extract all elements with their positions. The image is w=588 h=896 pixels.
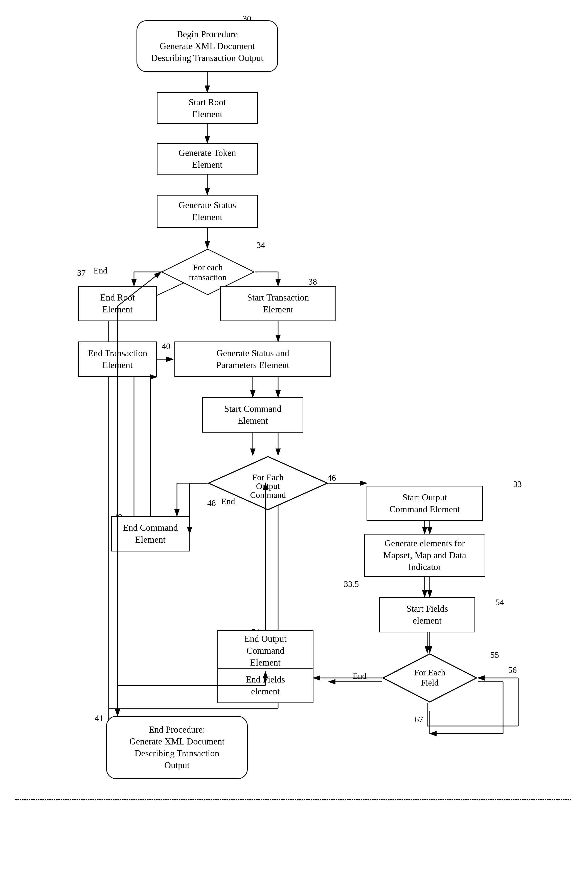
node-end-procedure: End Procedure:Generate XML DocumentDescr… bbox=[106, 716, 248, 779]
label-end-53: End bbox=[352, 670, 366, 681]
step-num-33: 33 bbox=[513, 479, 522, 489]
node-start-command: Start CommandElement bbox=[202, 397, 303, 433]
step-num-41: 41 bbox=[95, 713, 103, 723]
step-num-55: 55 bbox=[491, 650, 499, 660]
node-end-root-label: End RootElement bbox=[100, 292, 135, 315]
node-end-fields-label: End Fieldselement bbox=[246, 674, 285, 698]
node-generate-token-label: Generate TokenElement bbox=[178, 147, 236, 171]
node-end-command-label: End CommandElement bbox=[123, 522, 178, 546]
step-num-40: 40 bbox=[162, 341, 170, 351]
node-generate-mapset: Generate elements forMapset, Map and Dat… bbox=[364, 534, 485, 577]
node-start-fields: Start Fieldselement bbox=[379, 597, 475, 632]
node-generate-status: Generate StatusElement bbox=[157, 195, 258, 228]
svg-text:For Each: For Each bbox=[252, 472, 284, 482]
step-num-54: 54 bbox=[495, 597, 504, 607]
step-num-37: 37 bbox=[77, 268, 86, 278]
node-begin-procedure-label: Begin ProcedureGenerate XML DocumentDesc… bbox=[151, 28, 263, 64]
svg-text:Field: Field bbox=[421, 678, 439, 687]
node-start-transaction-label: Start TransactionElement bbox=[247, 292, 309, 315]
node-start-output-command: Start OutputCommand Element bbox=[366, 486, 483, 521]
node-begin-procedure: Begin ProcedureGenerate XML DocumentDesc… bbox=[137, 20, 278, 72]
step-num-335: 33.5 bbox=[344, 579, 359, 589]
step-num-46: 46 bbox=[327, 473, 336, 483]
node-start-command-label: Start CommandElement bbox=[224, 403, 282, 427]
label-end-37: End bbox=[94, 265, 108, 276]
svg-text:For each: For each bbox=[193, 262, 223, 272]
node-end-transaction: End TransactionElement bbox=[78, 341, 157, 377]
node-start-root-element: Start RootElement bbox=[157, 92, 258, 124]
dashed-separator bbox=[15, 799, 571, 800]
label-end-48: End bbox=[221, 496, 235, 507]
step-num-67: 67 bbox=[415, 715, 423, 724]
diagram-container: 30 Begin ProcedureGenerate XML DocumentD… bbox=[0, 0, 588, 896]
extra-arrows bbox=[0, 0, 588, 896]
step-num-34: 34 bbox=[257, 240, 265, 250]
node-generate-status-params-label: Generate Status andParameters Element bbox=[216, 347, 289, 371]
node-start-fields-label: Start Fieldselement bbox=[406, 603, 448, 626]
node-end-transaction-label: End TransactionElement bbox=[88, 347, 147, 371]
node-end-procedure-label: End Procedure:Generate XML DocumentDescr… bbox=[129, 724, 225, 771]
svg-text:transaction: transaction bbox=[189, 273, 226, 282]
node-generate-status-params: Generate Status andParameters Element bbox=[175, 341, 331, 377]
node-generate-mapset-label: Generate elements forMapset, Map and Dat… bbox=[383, 538, 466, 573]
flowchart-arrows bbox=[0, 0, 588, 896]
svg-text:Output: Output bbox=[256, 482, 280, 491]
node-start-transaction: Start TransactionElement bbox=[220, 286, 336, 321]
node-end-output-command-label: End OutputCommandElement bbox=[245, 633, 287, 668]
node-start-output-command-label: Start OutputCommand Element bbox=[390, 492, 460, 515]
step-num-56: 56 bbox=[508, 665, 517, 675]
step-num-48: 48 bbox=[207, 498, 216, 508]
node-generate-status-label: Generate StatusElement bbox=[179, 199, 236, 223]
svg-text:Command: Command bbox=[250, 490, 286, 500]
node-end-output-command: End OutputCommandElement bbox=[217, 630, 313, 672]
diamond-for-each-field: For Each Field bbox=[382, 653, 478, 703]
node-generate-token: Generate TokenElement bbox=[157, 143, 258, 175]
svg-text:For Each: For Each bbox=[414, 668, 445, 677]
node-end-command: End CommandElement bbox=[111, 516, 190, 552]
node-end-fields: End Fieldselement bbox=[217, 668, 313, 703]
node-end-root-element: End RootElement bbox=[78, 286, 157, 321]
node-start-root-label: Start RootElement bbox=[188, 96, 226, 120]
step-num-38: 38 bbox=[308, 277, 317, 286]
